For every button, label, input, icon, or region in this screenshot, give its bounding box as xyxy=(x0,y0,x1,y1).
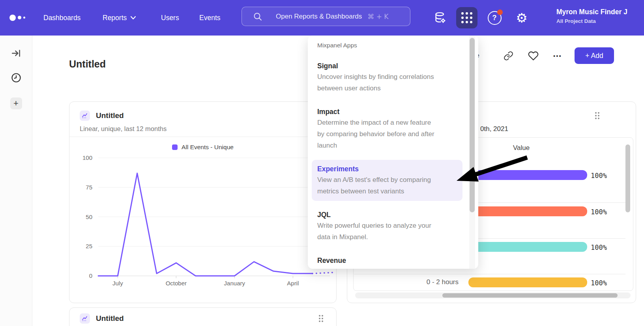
bar-value-label: 100% xyxy=(591,244,607,251)
x-tick-label: January xyxy=(224,280,245,287)
legend-label: All Events - Unique xyxy=(182,144,234,151)
mixpanel-logo[interactable] xyxy=(9,14,28,21)
copy-link-button[interactable] xyxy=(501,47,515,64)
menu-item-desc: Write powerful queries to analyze your d… xyxy=(317,220,457,243)
collapse-sidebar-icon xyxy=(11,48,21,58)
card-drag-handle[interactable] xyxy=(319,315,323,322)
menu-item-title: Revenue xyxy=(317,255,457,266)
heart-icon xyxy=(528,51,539,61)
mixpanel-apps-dropdown: Mixpanel Apps Signal Uncover insights by… xyxy=(308,36,478,269)
menu-item-desc: Determine the impact of a new feature by… xyxy=(317,117,457,151)
add-icon: + xyxy=(13,98,19,109)
menu-item-title: Experiments xyxy=(317,164,457,174)
global-search-input[interactable]: Open Reports & Dashboards ⌘ + K xyxy=(242,7,410,26)
nav-reports-label: Reports xyxy=(103,14,127,22)
apps-grid-button[interactable] xyxy=(456,7,477,28)
search-placeholder: Open Reports & Dashboards xyxy=(276,13,362,21)
ellipsis-icon: ••• xyxy=(553,52,562,59)
search-icon xyxy=(253,12,262,21)
user-menu[interactable]: Myron Music Finder J All Project Data xyxy=(556,8,644,24)
user-project: All Project Data xyxy=(556,18,644,24)
nav-users-label: Users xyxy=(161,14,179,22)
logo-dot-medium xyxy=(18,16,21,19)
more-options-button[interactable]: ••• xyxy=(550,47,565,64)
menu-item-jql[interactable]: JQL Write powerful queries to analyze yo… xyxy=(312,206,462,247)
bottom-chart-card: Untitled xyxy=(69,307,337,326)
dropdown-scrollbar[interactable] xyxy=(470,38,475,212)
notification-dot xyxy=(497,9,503,15)
help-button[interactable]: ? xyxy=(484,7,505,28)
apps-grid-icon xyxy=(461,12,472,23)
nav-events[interactable]: Events xyxy=(199,0,221,36)
line-chart-type-icon xyxy=(80,111,90,121)
row-separator xyxy=(354,274,625,274)
legend-swatch xyxy=(172,144,178,150)
top-nav: Dashboards Reports Users Events Open Rep… xyxy=(0,0,644,36)
line-chart-type-icon xyxy=(80,313,90,324)
chart-title: Untitled xyxy=(96,111,124,120)
nav-reports[interactable]: Reports xyxy=(103,0,136,36)
favorite-button[interactable] xyxy=(526,47,540,64)
value-bar xyxy=(468,170,587,180)
menu-item-desc: Uncover insights by finding correlations… xyxy=(317,71,457,94)
series-line-dotted-tail xyxy=(313,272,336,274)
chevron-down-icon xyxy=(130,16,136,20)
menu-item-signal[interactable]: Signal Uncover insights by finding corre… xyxy=(312,57,462,98)
series-line xyxy=(98,173,313,276)
value-bar xyxy=(468,242,587,252)
user-name: Myron Music Finder J xyxy=(556,8,644,16)
mixpanel-app-window: Dashboards Reports Users Events Open Rep… xyxy=(0,0,644,326)
menu-item-impact[interactable]: Impact Determine the impact of a new fea… xyxy=(312,103,462,155)
y-tick-label: 75 xyxy=(86,184,92,191)
menu-item-title: Impact xyxy=(317,107,457,117)
menu-item-revenue[interactable]: Revenue xyxy=(312,251,462,269)
recent-button[interactable] xyxy=(9,71,23,84)
bar-value-label: 100% xyxy=(591,208,607,216)
apps-menu-content: Mixpanel Apps Signal Uncover insights by… xyxy=(317,41,461,269)
line-chart-card: Untitled Linear, unique, last 12 months … xyxy=(69,101,337,303)
card-divider xyxy=(69,137,336,137)
x-tick-label: April xyxy=(287,280,299,287)
add-report-button[interactable]: + Add xyxy=(575,47,614,64)
x-tick-label: July xyxy=(112,280,123,287)
bar-value-label: 100% xyxy=(591,279,607,287)
nav-events-label: Events xyxy=(199,14,221,22)
chart-legend: All Events - Unique xyxy=(69,144,336,151)
menu-item-title: Signal xyxy=(317,61,457,71)
chart-title: Untitled xyxy=(96,314,124,323)
nav-dashboards[interactable]: Dashboards xyxy=(43,0,80,36)
y-tick-label: 50 xyxy=(86,214,92,220)
chart-subtitle: Linear, unique, last 12 months xyxy=(80,125,167,133)
logo-dot-large xyxy=(9,15,16,21)
x-tick-label: October xyxy=(166,280,187,287)
nav-dashboards-label: Dashboards xyxy=(43,14,80,22)
menu-item-title: JQL xyxy=(317,210,457,220)
menu-item-desc: View an A/B test's effect by comparing m… xyxy=(317,174,457,197)
y-tick-label: 100 xyxy=(82,154,92,161)
data-management-icon[interactable] xyxy=(429,7,451,28)
menu-item-experiments[interactable]: Experiments View an A/B test's effect by… xyxy=(312,160,462,201)
value-bar xyxy=(468,277,587,287)
apps-menu-header: Mixpanel Apps xyxy=(317,41,461,50)
add-sidebar-button[interactable]: + xyxy=(10,97,22,109)
settings-gear-icon[interactable]: ⚙ xyxy=(511,7,532,28)
recent-clock-icon xyxy=(11,72,22,83)
search-shortcut: ⌘ + K xyxy=(367,13,388,21)
nav-users[interactable]: Users xyxy=(161,0,179,36)
table-vertical-scrollbar[interactable] xyxy=(625,144,630,212)
bar-value-label: 100% xyxy=(591,172,607,180)
link-icon xyxy=(504,51,513,61)
table-horizontal-scrollbar[interactable] xyxy=(442,293,618,298)
y-tick-label: 25 xyxy=(86,243,92,249)
date-range-fragment: 0th, 2021 xyxy=(480,125,508,133)
card-drag-handle[interactable] xyxy=(595,112,599,119)
page-title: Untitled xyxy=(69,58,106,70)
y-tick-label: 0 xyxy=(89,272,92,279)
logo-dot-small xyxy=(23,17,25,19)
collapse-sidebar-button[interactable] xyxy=(9,47,23,60)
value-column-header: Value xyxy=(505,144,537,152)
value-bar xyxy=(468,206,587,216)
row-label: 0 - 2 hours xyxy=(393,278,459,286)
left-sidebar: + xyxy=(0,36,32,326)
add-report-label: + Add xyxy=(585,52,603,60)
